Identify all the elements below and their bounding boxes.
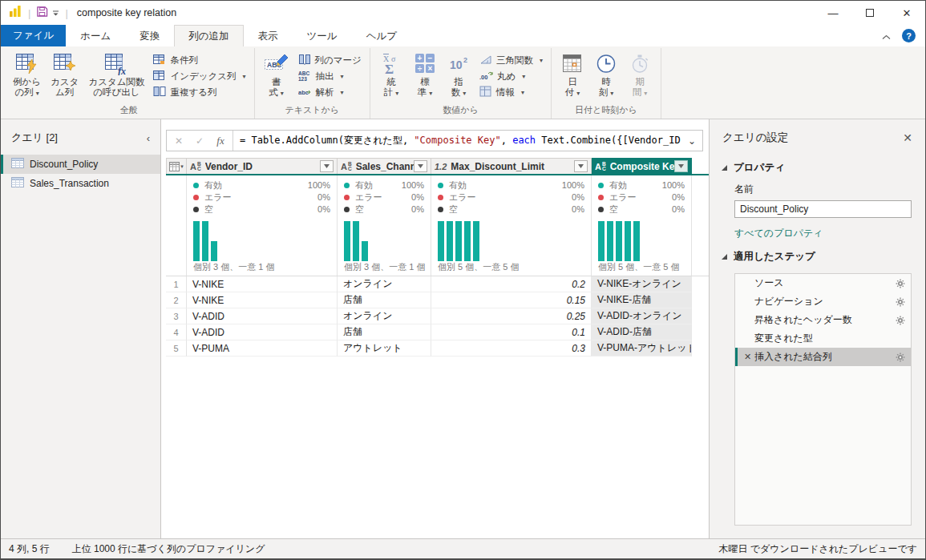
quality-label: 有効: [449, 179, 467, 191]
cell-max-discount-limit[interactable]: 0.15: [431, 292, 592, 308]
filter-dropdown-button[interactable]: [574, 160, 588, 172]
formula-segment: Text.Combine({[Vendor_ID],: [536, 135, 681, 146]
cell-sales-channel[interactable]: アウトレット: [338, 340, 431, 357]
standard-button[interactable]: +−÷×標準▾: [408, 48, 442, 99]
applied-steps-section-header[interactable]: 適用したステップ: [710, 242, 925, 268]
query-list: Discount_PolicySales_Transaction: [1, 155, 160, 193]
cell-max-discount-limit[interactable]: 0.25: [431, 308, 592, 324]
quick-access-dropdown-button[interactable]: [52, 10, 59, 17]
column-header-vendor-id[interactable]: ABCVendor_ID: [187, 158, 338, 174]
maximize-button[interactable]: [851, 1, 888, 25]
cell-sales-channel[interactable]: 店舗: [338, 292, 431, 308]
tab-ヘルプ[interactable]: ヘルプ: [352, 25, 411, 46]
query-name-input[interactable]: [734, 200, 912, 218]
properties-section-header[interactable]: プロパティ: [710, 153, 925, 179]
information-button[interactable]: 情報▾: [479, 86, 543, 99]
cell-vendor-id[interactable]: V-NIKE: [187, 276, 338, 292]
tab-file[interactable]: ファイル: [1, 25, 66, 46]
confirm-formula-icon[interactable]: ✓: [189, 135, 210, 147]
scientific-button[interactable]: 102指数▾: [442, 48, 475, 99]
gear-icon[interactable]: [896, 316, 905, 325]
close-button[interactable]: ✕: [888, 1, 925, 25]
tab-変換[interactable]: 変換: [125, 25, 174, 46]
tab-表示[interactable]: 表示: [244, 25, 293, 46]
help-icon[interactable]: ?: [902, 29, 916, 42]
cell-vendor-id[interactable]: V-NIKE: [187, 292, 338, 308]
cell-composite-key[interactable]: V-NIKE-店舗: [592, 292, 692, 308]
save-button[interactable]: [36, 6, 48, 21]
column-header-max-discount-limit[interactable]: 1.2Max_Discount_Limit: [431, 158, 592, 174]
cell-sales-channel[interactable]: オンライン: [338, 276, 431, 292]
merge-columns-button[interactable]: 列のマージ: [298, 54, 362, 66]
select-all-button[interactable]: ▾: [166, 158, 187, 174]
distribution-bar: [625, 221, 631, 261]
cell-vendor-id[interactable]: V-ADID: [187, 308, 338, 324]
all-properties-link[interactable]: すべてのプロパティ: [734, 227, 925, 240]
filter-dropdown-button[interactable]: [674, 160, 688, 172]
quality-empty: 空0%: [438, 203, 584, 216]
cell-max-discount-limit[interactable]: 0.3: [431, 340, 592, 357]
information-icon: [479, 86, 492, 99]
formula-segment: ,: [501, 135, 512, 146]
applied-step-2[interactable]: 昇格されたヘッダー数: [735, 311, 911, 329]
cell-composite-key[interactable]: V-NIKE-オンライン: [592, 276, 692, 292]
formula-input[interactable]: = Table.AddColumn(変更された型, "Composite Key…: [233, 131, 681, 151]
gear-icon[interactable]: [896, 353, 905, 362]
chevron-down-icon: ▾: [644, 90, 647, 97]
invoke-custom-function-button[interactable]: fxカスタム関数の呼び出し: [83, 48, 149, 99]
svg-text:abc: abc: [298, 89, 309, 96]
gear-icon[interactable]: [896, 279, 905, 288]
gear-icon[interactable]: [896, 297, 905, 307]
column-from-examples-button[interactable]: 例からの列▾: [8, 48, 46, 99]
quality-valid: 有効100%: [598, 179, 685, 191]
query-item-discount-policy[interactable]: Discount_Policy: [1, 155, 160, 174]
time-button[interactable]: 時刻▾: [589, 48, 623, 99]
cell-sales-channel[interactable]: 店舗: [338, 324, 431, 340]
ribbon-group-label: テキストから: [259, 103, 366, 119]
column-quality-sales-channel: 有効100%エラー0%空0%個別 3 個、一意 1 個: [338, 175, 431, 276]
filter-dropdown-button[interactable]: [320, 160, 334, 172]
column-header-sales-channel[interactable]: ABCSales_Channel: [338, 158, 431, 174]
cell-sales-channel[interactable]: オンライン: [338, 308, 431, 324]
cell-composite-key[interactable]: V-ADID-店舗: [592, 324, 692, 340]
close-pane-icon[interactable]: ✕: [903, 131, 912, 144]
cancel-formula-icon[interactable]: ✕: [168, 135, 189, 147]
svg-text:fx: fx: [118, 66, 126, 75]
applied-step-0[interactable]: ソース: [735, 274, 911, 292]
expand-formula-icon[interactable]: ⌄: [681, 131, 702, 151]
cell-composite-key[interactable]: V-ADID-オンライン: [592, 308, 692, 324]
index-column-button[interactable]: インデックス列▾: [153, 70, 245, 83]
cell-max-discount-limit[interactable]: 0.1: [431, 324, 592, 340]
applied-step-3[interactable]: 変更された型: [735, 329, 911, 348]
extract-button[interactable]: ABC123抽出▾: [298, 70, 362, 83]
statistics-button[interactable]: XσΣ統計▾: [374, 48, 408, 99]
tab-列の追加[interactable]: 列の追加: [174, 25, 243, 46]
cell-max-discount-limit[interactable]: 0.2: [431, 276, 592, 292]
collapse-ribbon-icon[interactable]: [882, 29, 891, 43]
tab-ホーム[interactable]: ホーム: [66, 25, 125, 46]
applied-step-4[interactable]: ✕挿入された結合列: [735, 348, 911, 366]
minimize-button[interactable]: —: [815, 1, 851, 25]
format-button[interactable]: ABC書式▾: [259, 48, 294, 99]
column-header-composite-key[interactable]: ABCComposite Key: [592, 158, 692, 174]
query-item-sales-transaction[interactable]: Sales_Transaction: [1, 174, 160, 193]
chevron-down-icon: ▾: [576, 90, 580, 97]
conditional-column-button[interactable]: 条件列: [153, 54, 245, 66]
parse-button[interactable]: abc解析▾: [298, 86, 362, 99]
collapse-pane-icon[interactable]: ‹: [147, 132, 150, 144]
date-button[interactable]: 日付▾: [556, 48, 589, 99]
filter-dropdown-button[interactable]: [414, 160, 427, 172]
applied-step-1[interactable]: ナビゲーション: [735, 292, 911, 311]
duration-button[interactable]: 期間▾: [623, 48, 657, 99]
duplicate-column-button[interactable]: 重複する列: [153, 86, 245, 99]
cell-composite-key[interactable]: V-PUMA-アウトレット: [592, 340, 692, 357]
cell-vendor-id[interactable]: V-PUMA: [187, 340, 338, 357]
delete-step-icon[interactable]: ✕: [741, 352, 754, 362]
number-type-icon: 1.2: [435, 162, 447, 171]
custom-column-button[interactable]: カスタム列: [46, 48, 83, 99]
tab-ツール[interactable]: ツール: [293, 25, 352, 46]
cell-vendor-id[interactable]: V-ADID: [187, 324, 338, 340]
rounding-button[interactable]: .00丸め▾: [479, 70, 543, 83]
status-profiling[interactable]: 上位 1000 行に基づく列のプロファイリング: [72, 542, 265, 556]
trigonometry-button[interactable]: 三角関数▾: [479, 54, 543, 66]
